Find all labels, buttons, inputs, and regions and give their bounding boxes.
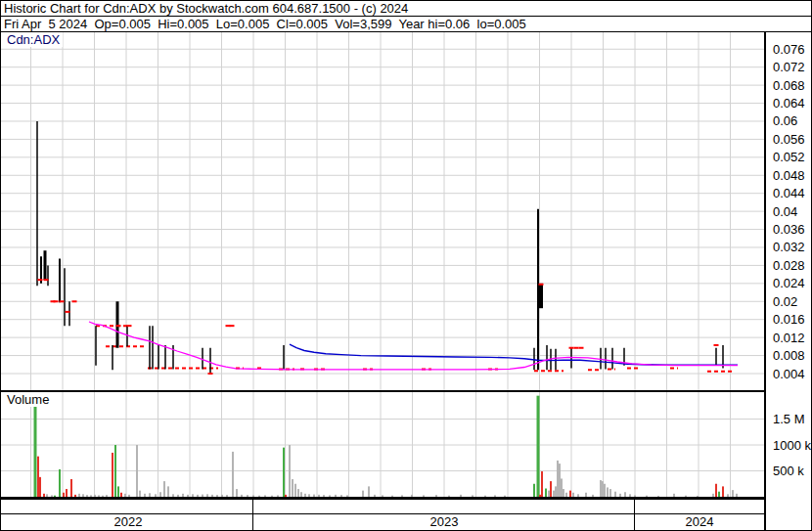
price-axis-label: 0.036 <box>773 222 805 237</box>
volume-chart-svg <box>1 392 764 497</box>
price-axis-label: 0.04 <box>773 204 797 219</box>
price-pane: Cdn:ADX <box>1 32 764 392</box>
stock-chart-window: Historic Chart for Cdn:ADX by Stockwatch… <box>0 0 812 531</box>
price-axis-label: 0.004 <box>773 367 805 381</box>
year-label: 2023 <box>430 515 459 529</box>
volume-axis-label: 1.5 M <box>773 412 805 426</box>
year-divider <box>634 514 635 530</box>
year-divider <box>634 500 635 513</box>
title-bar: Historic Chart for Cdn:ADX by Stockwatch… <box>1 1 811 17</box>
chart-column: Cdn:ADX Volume 202220232024 <box>1 32 764 530</box>
price-axis-label: 0.068 <box>773 78 805 93</box>
volume-label: Volume <box>7 392 52 407</box>
price-axis-label: 0.072 <box>773 60 805 74</box>
price-axis-label: 0.032 <box>773 240 805 254</box>
price-axis-label: 0.012 <box>773 331 805 345</box>
price-axis-label: 0.052 <box>773 150 805 164</box>
title-text: Historic Chart for Cdn:ADX by Stockwatch… <box>4 1 408 16</box>
symbol-label: Cdn:ADX <box>7 32 63 47</box>
quote-text: Fri Apr 5 2024 Op=0.005 Hi=0.005 Lo=0.00… <box>4 17 526 31</box>
month-axis-row <box>1 500 764 514</box>
price-axis-label: 0.028 <box>773 258 805 273</box>
price-axis-label: 0.024 <box>773 276 805 290</box>
price-axis-label: 0.056 <box>773 132 805 147</box>
volume-axis-label: 500 k <box>773 464 804 478</box>
price-axis-label: 0.076 <box>773 42 805 57</box>
price-axis-label: 0.064 <box>773 96 805 111</box>
year-axis-row: 202220232024 <box>1 514 764 530</box>
year-divider <box>252 500 253 513</box>
price-axis-label: 0.016 <box>773 312 805 327</box>
price-chart-svg <box>1 32 764 390</box>
volume-axis-label: 1000 k <box>773 438 811 453</box>
chart-area: Cdn:ADX Volume 202220232024 0.0760.0720.… <box>1 32 811 530</box>
right-axis-column: 0.0760.0720.0680.0640.060.0560.0520.0480… <box>764 32 811 530</box>
volume-pane: Volume <box>1 392 764 500</box>
quote-bar: Fri Apr 5 2024 Op=0.005 Hi=0.005 Lo=0.00… <box>1 17 811 32</box>
year-divider <box>252 514 253 530</box>
price-axis-label: 0.06 <box>773 113 797 128</box>
year-label: 2022 <box>114 515 143 529</box>
price-axis-label: 0.02 <box>773 294 797 309</box>
year-label: 2024 <box>686 515 714 529</box>
price-axis-label: 0.044 <box>773 186 805 200</box>
price-axis-label: 0.048 <box>773 168 805 183</box>
price-axis-label: 0.008 <box>773 348 805 363</box>
